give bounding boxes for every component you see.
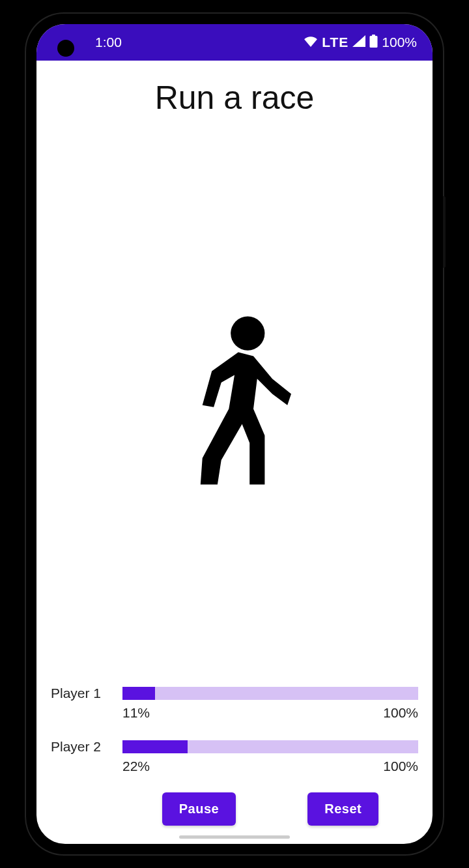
player-2-max: 100% bbox=[383, 759, 418, 774]
page-title: Run a race bbox=[51, 79, 418, 117]
player-1-label: Player 1 bbox=[51, 686, 115, 701]
svg-rect-1 bbox=[372, 35, 375, 36]
player-2-progress-bar bbox=[122, 740, 418, 753]
signal-icon bbox=[352, 35, 365, 50]
walking-person-icon bbox=[51, 123, 418, 679]
svg-point-2 bbox=[231, 316, 264, 350]
status-time: 1:00 bbox=[95, 35, 122, 50]
progress-section: Player 1 11% 100% Player 2 22% bbox=[51, 686, 418, 826]
battery-icon bbox=[369, 35, 378, 51]
player-2-percent: 22% bbox=[122, 759, 150, 774]
phone-side-button bbox=[443, 196, 446, 268]
network-type: LTE bbox=[322, 35, 348, 50]
home-indicator[interactable] bbox=[179, 835, 290, 839]
reset-button[interactable]: Reset bbox=[307, 792, 378, 826]
wifi-icon bbox=[304, 35, 318, 50]
player-2-row: Player 2 bbox=[51, 739, 418, 755]
player-2-label: Player 2 bbox=[51, 739, 115, 755]
button-row: Pause Reset bbox=[51, 792, 418, 826]
player-1-max: 100% bbox=[383, 705, 418, 721]
player-1-progress-bar bbox=[122, 687, 418, 700]
pause-button[interactable]: Pause bbox=[162, 792, 236, 826]
player-2-progress-fill bbox=[122, 740, 188, 753]
phone-screen: 1:00 LTE bbox=[36, 24, 433, 844]
svg-rect-0 bbox=[370, 36, 378, 48]
player-1-percent: 11% bbox=[122, 705, 150, 721]
phone-frame: 1:00 LTE bbox=[26, 14, 443, 854]
player-1-meta: 11% 100% bbox=[51, 705, 418, 721]
battery-text: 100% bbox=[382, 35, 417, 50]
app-content: Run a race Player 1 11% 100% bbox=[36, 61, 433, 844]
player-2-meta: 22% 100% bbox=[51, 759, 418, 774]
status-bar: 1:00 LTE bbox=[36, 24, 433, 61]
camera-hole bbox=[57, 40, 74, 57]
status-right: LTE 100% bbox=[304, 35, 417, 51]
player-1-progress-fill bbox=[122, 687, 155, 700]
player-1-row: Player 1 bbox=[51, 686, 418, 701]
